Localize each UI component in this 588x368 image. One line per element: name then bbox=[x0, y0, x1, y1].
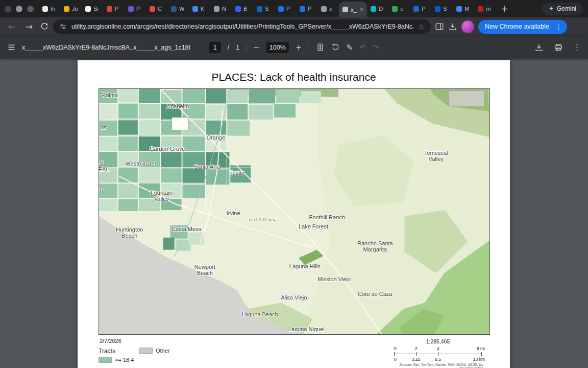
scale-mi-tick: 2 bbox=[415, 346, 418, 351]
tab-title: In bbox=[51, 6, 55, 12]
browser-tab[interactable]: W bbox=[167, 0, 189, 17]
page-separator: / bbox=[228, 44, 229, 51]
annotate-pen-icon[interactable]: ✎ bbox=[346, 43, 353, 52]
address-bar[interactable]: utility.arcgisonline.com/arcgis/rest/dir… bbox=[53, 19, 431, 34]
map-label-anaheim: Anaheim bbox=[167, 103, 189, 109]
new-tab-button[interactable]: + bbox=[496, 4, 513, 14]
map-labels: PalmaAnaheimosOrangeGarden GroveTemescal… bbox=[99, 89, 489, 334]
pdf-menu-icon[interactable] bbox=[7, 43, 16, 52]
tab-favicon bbox=[42, 6, 48, 12]
window-control-icon[interactable] bbox=[16, 6, 22, 12]
downloads-icon[interactable] bbox=[448, 22, 457, 31]
tab-title: M bbox=[464, 6, 469, 12]
browser-tab[interactable]: P bbox=[296, 0, 317, 17]
profile-avatar[interactable] bbox=[461, 20, 474, 33]
pdf-page: PLACES: Lack of health insurance bbox=[78, 60, 510, 368]
tab-favicon bbox=[171, 6, 177, 12]
reload-icon[interactable] bbox=[40, 22, 49, 31]
tab-title: x_ bbox=[351, 7, 357, 13]
pdf-filename: x_____xW6zDASkYrE9-8aNcJmscBA..x_____x_a… bbox=[22, 44, 190, 51]
window-control-icon[interactable] bbox=[27, 6, 34, 12]
page-number-input[interactable] bbox=[209, 42, 221, 53]
url-text: utility.arcgisonline.com/arcgis/rest/dir… bbox=[71, 23, 413, 30]
browser-tab[interactable]: N bbox=[210, 0, 232, 17]
map: PalmaAnaheimosOrangeGarden GroveTemescal… bbox=[99, 88, 490, 335]
map-label-lake-forest: Lake Forest bbox=[299, 223, 328, 229]
undo-icon[interactable]: ↶ bbox=[359, 43, 366, 52]
zoom-in-icon[interactable]: + bbox=[296, 43, 302, 52]
browser-tab[interactable]: P bbox=[275, 0, 296, 17]
pdf-toolbar: x_____xW6zDASkYrE9-8aNcJmscBA..x_____x_a… bbox=[0, 36, 588, 59]
map-label-costa-mesa: Costa Mesa bbox=[172, 226, 202, 232]
tab-title: m bbox=[486, 6, 491, 12]
window-control-icon[interactable] bbox=[5, 6, 11, 12]
tab-title: C bbox=[158, 6, 162, 12]
map-label-coto-de-caza: Coto de Caza bbox=[358, 291, 392, 297]
tab-favicon bbox=[435, 6, 440, 12]
download-icon[interactable] bbox=[534, 43, 544, 52]
forward-icon[interactable]: → bbox=[22, 21, 36, 32]
scale-ratio: 1:285,465 bbox=[394, 338, 482, 344]
gemini-button[interactable]: ✦ Gemini bbox=[542, 3, 583, 15]
browser-tab[interactable]: C bbox=[146, 0, 167, 17]
browser-tab-active[interactable]: x_× bbox=[339, 2, 367, 17]
browser-tab[interactable]: D bbox=[367, 0, 388, 17]
site-info-icon[interactable] bbox=[59, 23, 67, 31]
tab-title: P bbox=[422, 6, 425, 12]
fit-page-icon[interactable] bbox=[315, 43, 324, 52]
tab-strip: InJoSiPPCWKNBSPPxx_×DcPSMm + ✦ Gemini bbox=[0, 0, 588, 17]
tab-close-icon[interactable]: × bbox=[360, 6, 364, 13]
redo-icon[interactable]: ↷ bbox=[373, 43, 379, 52]
map-label-garden-grove: Garden Grove bbox=[150, 146, 185, 152]
browser-tab[interactable]: c bbox=[388, 0, 410, 17]
map-label-fountain-valley: Fountain Valley bbox=[151, 190, 173, 202]
zoom-level[interactable]: 100% bbox=[266, 42, 289, 53]
map-label-newport-beach: Newport Beach bbox=[194, 264, 215, 276]
tab-favicon bbox=[371, 6, 376, 12]
map-label-westminster: Westminster bbox=[125, 160, 156, 167]
tab-title: S bbox=[265, 6, 268, 12]
scale-km-tick: 13 km bbox=[473, 357, 485, 362]
tab-title: Jo bbox=[72, 6, 78, 12]
tab-title: P bbox=[286, 6, 290, 12]
browser-tab[interactable]: B bbox=[232, 0, 253, 17]
tab-favicon bbox=[478, 6, 483, 12]
side-panel-icon[interactable] bbox=[435, 22, 444, 31]
tab-favicon bbox=[107, 6, 112, 12]
tab-favicon bbox=[85, 6, 91, 12]
browser-tab[interactable]: P bbox=[103, 0, 125, 17]
browser-tab[interactable]: m bbox=[474, 0, 496, 17]
browser-tab[interactable]: Si bbox=[82, 0, 103, 17]
zoom-out-icon[interactable]: − bbox=[253, 43, 260, 52]
map-label-orange: ORANGE bbox=[249, 217, 277, 222]
scale-km-tick: 3.25 bbox=[412, 357, 421, 362]
browser-tab[interactable]: x bbox=[317, 0, 339, 17]
print-icon[interactable] bbox=[554, 43, 563, 52]
browser-tab[interactable]: P bbox=[125, 0, 146, 17]
legend-heading: Tracts bbox=[99, 348, 115, 355]
document-title: PLACES: Lack of health insurance bbox=[78, 71, 510, 83]
tab-title: Si bbox=[93, 6, 99, 12]
legend-swatch-other bbox=[139, 348, 153, 354]
browser-tab[interactable]: Jo bbox=[60, 0, 82, 17]
tab-favicon bbox=[278, 6, 284, 12]
legend-swatch-tracts bbox=[99, 357, 112, 363]
rotate-icon[interactable] bbox=[331, 43, 339, 52]
browser-tab[interactable]: S bbox=[253, 0, 275, 17]
browser-tab[interactable]: P bbox=[410, 0, 431, 17]
browser-tab[interactable]: In bbox=[39, 0, 60, 17]
more-options-icon[interactable]: ⋮ bbox=[573, 43, 581, 52]
back-icon[interactable]: ← bbox=[5, 21, 18, 32]
map-label-mission-viejo: Mission Viejo bbox=[317, 276, 351, 282]
tab-title: P bbox=[136, 6, 140, 12]
pdf-viewport[interactable]: PLACES: Lack of health insurance bbox=[0, 59, 588, 368]
browser-tab[interactable]: S bbox=[431, 0, 453, 17]
bookmark-star-icon[interactable]: ☆ bbox=[418, 22, 425, 31]
browser-tab[interactable]: K bbox=[189, 0, 210, 17]
tab-favicon bbox=[192, 6, 198, 12]
update-chrome-button[interactable]: New Chrome available ⋮ bbox=[478, 20, 567, 34]
browser-tab[interactable]: M bbox=[453, 0, 474, 17]
tab-title: W bbox=[179, 6, 184, 12]
tab-favicon bbox=[456, 6, 462, 12]
pill-kebab-icon[interactable]: ⋮ bbox=[553, 23, 564, 31]
